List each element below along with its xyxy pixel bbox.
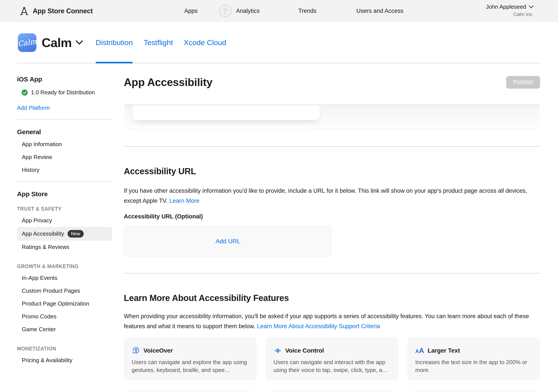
nav-item-trends[interactable]: Trends [298,0,316,22]
sidebar-group-monetization: MONETIZATION [17,346,112,352]
voice-control-icon [274,347,282,355]
brand-label: App Store Connect [33,7,93,15]
feature-cards-grid: VoiceOver Users can navigate and explore… [124,338,540,392]
feature-card-description: Increases the text size in the app to 20… [415,358,532,374]
accessibility-url-field: Add URL [124,226,332,257]
sidebar-list-growth-marketing: In-App Events Custom Product Pages Produ… [17,272,112,336]
accessibility-features-section: Learn More About Accessibility Features … [124,293,540,392]
feature-card-voiceover[interactable]: VoiceOver Users can navigate and explore… [124,338,257,380]
accessibility-url-description: If you have other accessibility informat… [124,186,540,206]
chevron-down-icon [76,40,83,45]
sidebar-item-custom-product-pages[interactable]: Custom Product Pages [17,284,112,297]
account-org: Calm Inc. [486,12,534,17]
learn-more-link[interactable]: Learn More [169,197,200,204]
accessibility-url-field-label: Accessibility URL (Optional) [124,213,540,220]
tab-distribution[interactable]: Distribution [96,22,133,63]
scrolled-card [133,105,320,120]
nav-item-analytics[interactable]: Analytics [236,0,260,22]
check-circle-icon [21,89,28,96]
calm-app-icon-script: Calm [17,37,37,48]
nav-item-users-and-access[interactable]: Users and Access [356,0,403,22]
sidebar-list-trust-safety: App Privacy App Accessibility New Rating… [17,214,112,254]
app-switcher[interactable]: Calm [42,35,83,50]
sidebar-item-in-app-events[interactable]: In-App Events [17,272,112,284]
features-description: When providing your accessibility inform… [124,311,540,331]
feature-card-voice-control[interactable]: Voice Control Users can navigate and int… [266,338,398,380]
feature-card-title: Voice Control [285,347,324,354]
sidebar-item-product-page-optimization[interactable]: Product Page Optimization [17,297,112,310]
accessibility-watermark-icon [217,3,234,19]
divider [124,273,540,273]
sidebar-item-ratings-reviews[interactable]: Ratings & Reviews [17,241,112,254]
sidebar-heading-app-store: App Store [17,190,112,198]
page-title: App Accessibility [124,76,212,89]
sidebar-heading-general: General [17,128,112,136]
accessibility-url-heading: Accessibility URL [124,166,540,176]
add-platform-link[interactable]: Add Platform [17,104,50,111]
page: App Store Connect Apps Analytics Trends … [0,0,558,392]
tab-xcode-cloud[interactable]: Xcode Cloud [184,22,226,63]
version-status[interactable]: 1.0 Ready for Distribution [17,89,112,96]
larger-text-icon: AA [415,347,424,355]
feature-card-title: Larger Text [428,347,460,354]
sidebar-group-trust-safety: TRUST & SAFETY [17,206,112,212]
tab-testflight[interactable]: Testflight [144,22,173,63]
divider [17,181,112,182]
calm-app-icon[interactable]: Calm [18,33,36,52]
divider [17,119,112,119]
feature-card-larger-text[interactable]: AA Larger Text Increases the text size i… [407,338,540,380]
publish-button[interactable]: Publish [506,76,540,89]
app-store-connect-brand[interactable]: App Store Connect [19,0,93,22]
sidebar: iOS App 1.0 Ready for Distribution Add P… [17,63,112,367]
sidebar-list-general: App Information App Review History [17,138,112,176]
sidebar-item-history[interactable]: History [17,163,112,176]
divider [124,146,540,147]
account-menu[interactable]: John Appleseed Calm Inc. [486,3,534,17]
sidebar-heading-ios-app: iOS App [17,76,112,83]
sidebar-item-promo-codes[interactable]: Promo Codes [17,310,112,323]
sidebar-item-app-privacy[interactable]: App Privacy [17,214,112,227]
app-store-connect-logo-icon [19,6,29,16]
nav-item-apps[interactable]: Apps [184,0,198,22]
add-url-button[interactable]: Add URL [216,238,240,245]
new-badge: New [68,230,84,238]
feature-card-description: Users can navigate and explore the app u… [132,358,249,374]
feature-card-title: VoiceOver [143,347,173,354]
sidebar-item-app-information[interactable]: App Information [17,138,112,151]
app-tabs: Distribution Testflight Xcode Cloud [96,22,226,63]
feature-card-description: Users can navigate and interact with the… [274,358,391,374]
sidebar-item-app-review[interactable]: App Review [17,151,112,163]
sidebar-group-growth-marketing: GROWTH & MARKETING [17,264,112,269]
sidebar-item-app-accessibility[interactable]: App Accessibility New [17,227,112,241]
sidebar-item-pricing-availability[interactable]: Pricing & Availability [17,354,112,367]
main-content: App Accessibility Publish Accessibility … [124,63,540,392]
scrolled-card-remnant [125,105,539,128]
version-status-label: 1.0 Ready for Distribution [31,89,95,96]
sidebar-list-monetization: Pricing & Availability [17,354,112,367]
top-navigation: App Store Connect Apps Analytics Trends … [0,0,558,22]
app-name: Calm [42,35,72,50]
voiceover-icon [132,347,140,355]
chevron-down-icon [529,5,534,8]
app-header: Calm Calm Distribution Testflight Xcode … [0,22,558,63]
sidebar-item-game-center[interactable]: Game Center [17,323,112,336]
support-criteria-link[interactable]: Learn More About Accessibility Support C… [257,323,380,330]
accessibility-url-section: Accessibility URL If you have other acce… [124,166,540,257]
account-name: John Appleseed [486,3,526,10]
features-heading: Learn More About Accessibility Features [124,293,540,303]
